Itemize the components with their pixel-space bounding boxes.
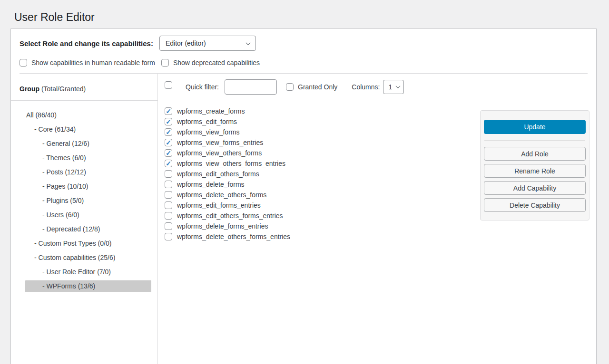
capability-label: wpforms_edit_forms_entries	[177, 201, 261, 209]
capability-checkbox[interactable]	[165, 181, 172, 188]
groups-sidebar: Group (Total/Granted) All (86/40)- Core …	[11, 74, 158, 364]
capability-label: wpforms_edit_others_forms_entries	[177, 212, 283, 220]
capability-label: wpforms_view_others_forms	[177, 149, 262, 157]
group-tree-item[interactable]: - Custom Post Types (0/0)	[25, 236, 151, 250]
capability-checkbox[interactable]	[165, 222, 172, 230]
role-selector-row: Select Role and change its capabilities:…	[20, 36, 588, 51]
capability-label: wpforms_delete_forms	[177, 181, 245, 188]
group-tree-item[interactable]: - User Role Editor (7/0)	[25, 265, 151, 279]
filter-bar: Quick filter: Granted Only Columns: 1	[158, 74, 596, 100]
capability-checkbox[interactable]	[165, 128, 172, 136]
capability-label: wpforms_edit_others_forms	[177, 170, 259, 178]
group-tree-item[interactable]: - Users (6/0)	[25, 208, 151, 222]
capability-checkbox[interactable]	[165, 160, 172, 167]
actions-divider	[484, 140, 585, 141]
display-toggles-row: Show capabilities in human readable form…	[20, 59, 588, 73]
granted-only-checkbox[interactable]	[286, 83, 294, 91]
capability-row: wpforms_delete_forms_entries	[165, 221, 596, 231]
header-section: Select Role and change its capabilities:…	[11, 29, 596, 73]
capability-checkbox[interactable]	[165, 107, 172, 115]
group-tree: All (86/40)- Core (61/34)- General (12/6…	[11, 101, 157, 292]
page-title: User Role Editor	[14, 10, 609, 24]
group-tree-item[interactable]: - Posts (12/12)	[25, 165, 151, 179]
quick-filter-label: Quick filter:	[186, 83, 219, 91]
delete-capability-button[interactable]: Delete Capability	[484, 198, 586, 212]
role-selector-label: Select Role and change its capabilities:	[20, 39, 153, 48]
add-role-button[interactable]: Add Role	[484, 147, 586, 161]
update-button[interactable]: Update	[484, 120, 586, 134]
columns-select[interactable]: 1	[383, 80, 404, 94]
groups-header-suffix: (Total/Granted)	[39, 85, 86, 93]
group-tree-item[interactable]: - Pages (10/10)	[25, 179, 151, 193]
capability-checkbox[interactable]	[165, 212, 172, 220]
content-columns: Group (Total/Granted) All (86/40)- Core …	[11, 74, 596, 364]
quick-filter-input[interactable]	[225, 79, 277, 95]
deprecated-checkbox[interactable]	[161, 59, 169, 67]
group-tree-item[interactable]: - Plugins (5/0)	[25, 193, 151, 208]
deprecated-label: Show deprecated capabilities	[173, 59, 260, 67]
capability-checkbox[interactable]	[165, 170, 172, 178]
capability-label: wpforms_delete_others_forms_entries	[177, 233, 290, 240]
capabilities-panel: Quick filter: Granted Only Columns: 1 wp…	[158, 74, 596, 364]
columns-label: Columns:	[352, 83, 380, 91]
capability-checkbox[interactable]	[165, 118, 172, 125]
chevron-down-icon	[246, 40, 250, 45]
deprecated-toggle: Show deprecated capabilities	[161, 59, 260, 67]
rename-role-button[interactable]: Rename Role	[484, 164, 586, 178]
group-tree-item[interactable]: - General (12/6)	[25, 136, 151, 151]
human-readable-label: Show capabilities in human readable form	[31, 59, 155, 67]
capability-checkbox[interactable]	[165, 233, 172, 240]
columns-select-value: 1	[388, 83, 392, 91]
group-tree-item[interactable]: - Custom capabilities (25/6)	[25, 250, 151, 265]
capability-label: wpforms_view_forms	[177, 128, 239, 136]
granted-only-label: Granted Only	[298, 83, 337, 91]
capability-row: wpforms_delete_others_forms_entries	[165, 231, 596, 242]
capability-checkbox[interactable]	[165, 149, 172, 157]
actions-panel: Update Add Role Rename Role Add Capabili…	[480, 110, 589, 220]
user-role-editor-panel: Select Role and change its capabilities:…	[10, 29, 597, 364]
groups-header-title: Group	[20, 85, 39, 93]
capability-label: wpforms_view_forms_entries	[177, 139, 263, 146]
add-capability-button[interactable]: Add Capability	[484, 181, 586, 195]
capabilities-area: wpforms_create_formswpforms_edit_formswp…	[158, 100, 596, 364]
role-select[interactable]: Editor (editor)	[159, 36, 256, 51]
groups-header: Group (Total/Granted)	[11, 74, 157, 101]
group-tree-item[interactable]: - Deprecated (12/8)	[25, 222, 151, 236]
capability-label: wpforms_edit_forms	[177, 118, 237, 125]
capability-checkbox[interactable]	[165, 191, 172, 199]
group-tree-item[interactable]: All (86/40)	[25, 108, 151, 122]
human-readable-toggle: Show capabilities in human readable form	[20, 59, 155, 67]
role-select-value: Editor (editor)	[166, 39, 206, 47]
capability-label: wpforms_delete_others_forms	[177, 191, 266, 199]
select-all-checkbox[interactable]	[165, 81, 172, 89]
capability-label: wpforms_view_others_forms_entries	[177, 160, 285, 167]
capability-label: wpforms_create_forms	[177, 107, 245, 115]
capability-label: wpforms_delete_forms_entries	[177, 222, 268, 230]
chevron-down-icon	[396, 84, 401, 88]
capability-checkbox[interactable]	[165, 201, 172, 209]
group-tree-item[interactable]: - WPForms (13/6)	[25, 280, 151, 292]
group-tree-item[interactable]: - Themes (6/0)	[25, 151, 151, 165]
human-readable-checkbox[interactable]	[20, 59, 27, 67]
group-tree-item[interactable]: - Core (61/34)	[25, 122, 151, 136]
capability-checkbox[interactable]	[165, 139, 172, 146]
